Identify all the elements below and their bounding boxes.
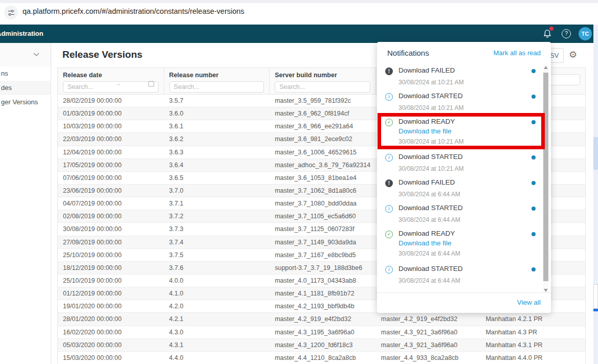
- cell-release-number: 3.6.0: [164, 110, 270, 117]
- notification-timestamp: 30/08/2024 at 10:21 AM: [398, 104, 528, 111]
- table-row[interactable]: 16/02/2020 00:00:00 4.3.0 master_4.3_119…: [58, 326, 585, 339]
- cell-server-build: master_3.7_1125_0607283f: [270, 225, 376, 233]
- cell-release-number: 3.7.4: [164, 239, 270, 246]
- column-header-server-build: Server build number: [270, 68, 376, 94]
- cell-integration-build: master_4.3_921_3a6f96a0: [376, 342, 481, 349]
- cell-release-name: Manhattan 4.3 PR: [480, 329, 585, 336]
- cell-release-name: Manhattan 4.4.0 PR: [480, 354, 585, 361]
- unread-dot: [531, 95, 536, 99]
- cell-release-number: 4.2.0: [164, 303, 270, 310]
- help-icon[interactable]: ?: [562, 29, 571, 38]
- notification-title: Download STARTED: [398, 265, 528, 272]
- notification-title: Download STARTED: [398, 204, 528, 212]
- cell-release-date: 01/12/2019 00:00:00: [58, 290, 164, 297]
- url-bar[interactable]: qa.platform.pricefx.com/#/administration…: [23, 7, 245, 15]
- server-build-search-input[interactable]: [275, 81, 370, 93]
- cell-server-build: support-3.7_3.7_19_188d3be6: [270, 264, 376, 271]
- scroll-up-arrow-icon[interactable]: [544, 66, 548, 69]
- edge-accent-line: [593, 309, 598, 311]
- unread-dot: [531, 69, 536, 73]
- notification-item[interactable]: i Download STARTED 30/08/2024 at 6:44 AM: [377, 262, 551, 287]
- notification-timestamp: 30/08/2024 at 10:21 AM: [398, 79, 528, 86]
- sidebar-item-1[interactable]: ns: [0, 66, 51, 81]
- sidebar: ns des ger Versions: [0, 43, 51, 364]
- cell-server-build: master_4.3_1195_3a6f96a0: [270, 329, 376, 336]
- sidebar-item-2[interactable]: des: [0, 81, 51, 95]
- notifications-scrollbar[interactable]: [543, 64, 548, 293]
- notification-status-icon: !: [385, 179, 393, 187]
- cell-integration-build: master_4.4_933_8ca2a8cb: [376, 354, 481, 361]
- notification-body: Download FAILED 30/08/2024 at 6:44 AM: [398, 178, 528, 198]
- scroll-down-arrow-icon[interactable]: [544, 289, 548, 292]
- mark-all-as-read-link[interactable]: Mark all as read: [494, 49, 541, 57]
- cell-release-date: 27/09/2019 00:00:00: [58, 239, 164, 246]
- table-row[interactable]: 05/03/2020 00:00:00 4.3.1 master_4.3_120…: [58, 339, 585, 352]
- notification-title: Download STARTED: [398, 92, 528, 100]
- cell-release-date: 18/12/2019 00:00:00: [58, 264, 164, 271]
- notification-title: Download FAILED: [398, 66, 528, 74]
- cell-server-build: master_3.6_1053_81bea1e4: [270, 174, 376, 181]
- cell-release-number: 3.6.5: [164, 174, 270, 181]
- app-title: Administration: [0, 25, 43, 43]
- cell-release-number: 3.7.0: [164, 187, 270, 194]
- browser-chrome: qa.platform.pricefx.com/#/administration…: [0, 0, 598, 25]
- cell-server-build: master_4.3_1200_fd6f18c3: [270, 342, 376, 349]
- release-date-search-input[interactable]: [63, 81, 159, 93]
- table-row[interactable]: 15/03/2020 00:00:00 4.4.0 master_4.4_121…: [58, 352, 585, 364]
- release-number-search-input[interactable]: [169, 81, 264, 93]
- browser-top-strip: [0, 0, 598, 3]
- notifications-header: Notifications Mark all as read: [377, 42, 551, 61]
- notification-body: Download STARTED 30/08/2024 at 10:21 AM: [398, 92, 528, 111]
- cell-release-number: 3.7.1: [164, 200, 270, 207]
- cell-release-number: 3.6.1: [164, 123, 270, 130]
- cell-server-build: master_4.1_1181_8fb91b72: [270, 290, 376, 297]
- cell-server-build: master_3.7_1167_e8bc9bd5: [270, 252, 376, 259]
- table-row[interactable]: 28/01/2020 00:00:00 4.2.1 master_4.2_919…: [58, 313, 585, 326]
- cell-server-build: master_3.6_1006_46529615: [270, 149, 376, 156]
- notification-status-icon: ✓: [385, 231, 393, 238]
- cell-release-number: 3.6.2: [164, 135, 270, 143]
- notification-item[interactable]: i Download STARTED 30/08/2024 at 10:21 A…: [377, 150, 551, 175]
- cell-release-date: 12/04/2019 00:00:00: [58, 149, 164, 156]
- right-edge-strip: [593, 25, 598, 364]
- site-settings-icon[interactable]: [4, 6, 18, 19]
- notification-body: Download STARTED 30/08/2024 at 10:21 AM: [398, 153, 528, 172]
- chevron-down-icon[interactable]: [33, 53, 39, 56]
- page-title: Release Versions: [62, 49, 142, 60]
- notification-list: ! Download FAILED 30/08/2024 at 10:21 AM…: [377, 63, 551, 287]
- cell-release-date: 15/03/2020 00:00:00: [58, 354, 164, 361]
- scrollbar-thumb[interactable]: [543, 73, 548, 281]
- cell-release-number: 3.5.7: [164, 97, 270, 104]
- cell-release-number: 3.7.3: [164, 225, 270, 233]
- sidebar-item-3[interactable]: ger Versions: [0, 95, 51, 109]
- cell-server-build: master_3.7_1080_bdd0ddaa: [270, 200, 376, 207]
- notification-timestamp: 30/08/2024 at 6:44 AM: [398, 250, 528, 257]
- cell-server-build: master_3.6_981_2ece9c02: [270, 135, 376, 143]
- notification-title: Download STARTED: [398, 153, 528, 161]
- cell-release-date: 17/05/2019 00:00:00: [58, 162, 164, 169]
- notification-item[interactable]: ! Download FAILED 30/08/2024 at 6:44 AM: [377, 175, 551, 201]
- download-the-file-link[interactable]: Download the file: [398, 239, 528, 247]
- cell-server-build: master_4.2_919_e4f2bd32: [270, 315, 376, 323]
- cell-release-number: 4.4.0: [164, 354, 270, 361]
- cell-release-date: 02/08/2019 00:00:00: [58, 213, 164, 220]
- cell-release-number: 4.0.0: [164, 277, 270, 284]
- view-all-link[interactable]: View all: [517, 299, 541, 306]
- cell-release-date: 25/10/2019 00:00:00: [58, 252, 164, 259]
- notification-status-icon: i: [385, 154, 393, 162]
- cell-server-build: master_3.7_1062_8d1a80c6: [270, 187, 376, 194]
- edge-scrollbar-thumb[interactable]: [593, 137, 598, 170]
- notification-item[interactable]: ✓ Download READY Download the file 30/08…: [377, 226, 551, 262]
- notification-status-icon: !: [385, 67, 393, 75]
- cell-release-date: 28/01/2020 00:00:00: [58, 315, 164, 323]
- notifications-title: Notifications: [387, 49, 429, 57]
- notification-item[interactable]: i Download STARTED 30/08/2024 at 10:21 A…: [377, 89, 551, 115]
- notifications-panel: Notifications Mark all as read ! Downloa…: [377, 42, 551, 313]
- notification-timestamp: 30/08/2024 at 6:44 AM: [398, 277, 528, 284]
- settings-gear-icon[interactable]: ⚙: [569, 49, 577, 60]
- cell-release-date: 30/08/2019 00:00:00: [58, 225, 164, 233]
- avatar[interactable]: TC: [579, 27, 592, 40]
- notification-title: Download FAILED: [398, 178, 528, 186]
- notification-item[interactable]: ! Download FAILED 30/08/2024 at 10:21 AM: [377, 63, 551, 89]
- notification-item[interactable]: i Download STARTED 30/08/2024 at 6:44 AM: [377, 201, 551, 226]
